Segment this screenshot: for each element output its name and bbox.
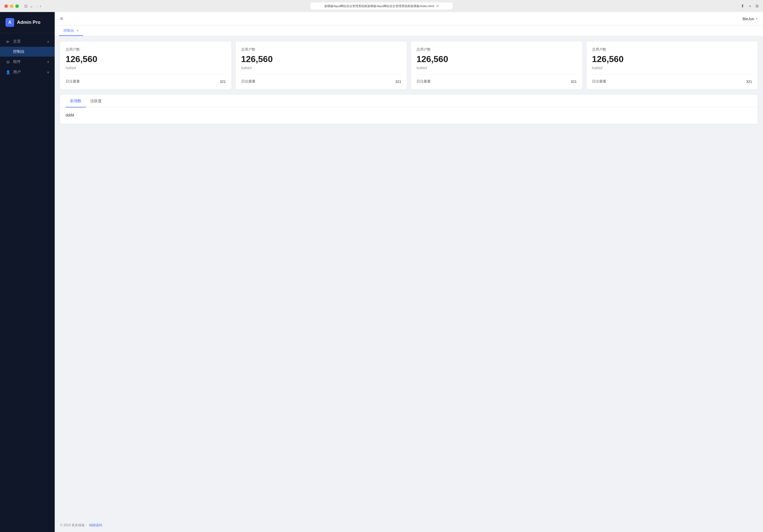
nav-section: ⊳ 主页 ∧ 控制台 ◎ 组件 ∨ 👤 用户 [0,33,55,81]
sidebar-item-home[interactable]: ⊳ 主页 ∧ [0,36,55,47]
address-bar[interactable]: 架模板/layui网站后台管理系统框架模板/layui网站后台管理系统框架模板/… [310,2,453,10]
tab-dashboard-label: 控制台 [63,28,74,33]
stat-footer-label-1: 日注册量 [241,79,256,84]
components-icon: ◎ [5,59,10,64]
main-content: ≡ BieJun ▾ 控制台 ✕ 总用户数 126,560 fsdfdsf [55,12,763,532]
stat-footer-value-3: 321 [746,79,752,84]
logo-icon: A [5,18,14,27]
stat-footer-label-2: 日注册量 [416,79,431,84]
windows-icon[interactable]: ⧉ [756,4,759,9]
stat-label-1: 总用户数 [241,47,401,52]
chevron-down-components-icon: ∨ [47,60,49,64]
stat-sub-3: fsdfdsf [592,66,752,75]
stat-footer-value-0: 321 [220,79,226,84]
stat-value-1: 126,560 [241,54,401,64]
stat-label-3: 总用户数 [592,47,752,52]
topbar: ≡ BieJun ▾ [55,12,763,26]
topbar-right: BieJun ▾ [742,17,758,21]
stat-sub-1: fsdfdsf [241,66,401,75]
sidebar-item-components[interactable]: ◎ 组件 ∨ [0,56,55,67]
stat-sub-0: fsdfdsf [66,66,226,75]
stat-footer-0: 日注册量 321 [66,79,226,84]
reload-icon[interactable]: ↺ [436,4,439,8]
stat-footer-value-2: 321 [571,79,577,84]
stat-footer-1: 日注册量 321 [241,79,401,84]
page-content: 总用户数 126,560 fsdfdsf 日注册量 321 总用户数 126,5… [55,36,763,519]
nav-item-left-home: ⊳ 主页 [5,39,21,44]
chevron-down-users-icon: ∨ [47,70,49,74]
nav-item-left-users: 👤 用户 [5,70,21,75]
sidebar-toggle-icon[interactable]: ⊡ [24,4,28,8]
chart-content: dddd [60,107,758,124]
stat-footer-label-0: 日注册量 [66,79,80,84]
stat-card-0: 总用户数 126,560 fsdfdsf 日注册量 321 [60,42,231,89]
stat-footer-2: 日注册量 321 [416,79,577,84]
traffic-lights [4,4,19,8]
stat-card-1: 总用户数 126,560 fsdfdsf 日注册量 321 [236,42,407,89]
window-chrome: ⊡ ⌄ ‹ › 架模板/layui网站后台管理系统框架模板/layui网站后台管… [0,0,763,12]
footer: © 2023 更多模板： 锦鲤源码 [55,519,763,532]
share-icon[interactable]: ⬆ [741,4,744,9]
sidebar-item-components-label: 组件 [13,59,21,64]
user-icon: 👤 [5,70,10,74]
window-right-controls: ⬆ + ⧉ [741,4,759,9]
stat-footer-value-1: 321 [395,79,401,84]
chevron-down-icon: ⌄ [30,4,33,8]
nav-item-left-components: ◎ 组件 [5,59,21,64]
nav-controls: ‹ › [36,4,41,8]
stat-footer-3: 日注册量 321 [592,79,752,84]
new-tab-icon[interactable]: + [749,4,751,9]
minimize-button[interactable] [10,4,13,8]
stat-label-2: 总用户数 [416,47,577,52]
stat-value-0: 126,560 [66,54,226,64]
fullscreen-button[interactable] [15,4,19,8]
forward-icon[interactable]: › [40,4,41,8]
stat-value-3: 126,560 [592,54,752,64]
username-label: BieJun [742,17,754,21]
footer-text: © 2023 更多模板： [60,523,88,527]
tab-close-icon[interactable]: ✕ [76,29,79,33]
sidebar: A Admin Pro ⊳ 主页 ∧ 控制台 ◎ 组件 [0,12,55,532]
user-menu-arrow-icon[interactable]: ▾ [756,17,758,21]
sidebar-item-dashboard-label: 控制台 [13,49,25,54]
sidebar-item-home-label: 主页 [13,39,21,44]
tab-dashboard[interactable]: 控制台 ✕ [59,26,83,36]
stat-sub-2: fsdfdsf [416,66,577,75]
sidebar-item-users-label: 用户 [13,70,21,75]
stat-card-3: 总用户数 126,560 fsdfdsf 日注册量 321 [587,42,758,89]
logo-title: Admin Pro [17,20,41,25]
url-text: 架模板/layui网站后台管理系统框架模板/layui网站后台管理系统框架模板/… [324,4,434,8]
window-controls: ⊡ ⌄ [24,4,33,8]
chevron-up-icon: ∧ [47,40,49,44]
stat-card-2: 总用户数 126,560 fsdfdsf 日注册量 321 [411,42,582,89]
sidebar-item-users[interactable]: 👤 用户 ∨ [0,67,55,77]
menu-toggle-button[interactable]: ≡ [60,16,63,22]
stats-grid: 总用户数 126,560 fsdfdsf 日注册量 321 总用户数 126,5… [60,42,758,89]
home-icon: ⊳ [5,39,10,44]
chart-tabs: 新增数 活跃度 [60,95,758,107]
stat-value-2: 126,560 [416,54,577,64]
chart-tab-new[interactable]: 新增数 [66,95,86,107]
chart-tab-active[interactable]: 活跃度 [86,95,106,107]
footer-link[interactable]: 锦鲤源码 [89,523,102,527]
tab-bar: 控制台 ✕ [55,26,763,36]
close-button[interactable] [4,4,8,8]
sidebar-item-dashboard[interactable]: 控制台 [0,47,55,56]
app-container: A Admin Pro ⊳ 主页 ∧ 控制台 ◎ 组件 [0,12,763,532]
chart-section: 新增数 活跃度 dddd [60,95,758,124]
back-icon[interactable]: ‹ [36,4,38,8]
stat-footer-label-3: 日注册量 [592,79,606,84]
sidebar-logo: A Admin Pro [0,12,55,33]
chart-text: dddd [66,113,752,117]
stat-label-0: 总用户数 [66,47,226,52]
